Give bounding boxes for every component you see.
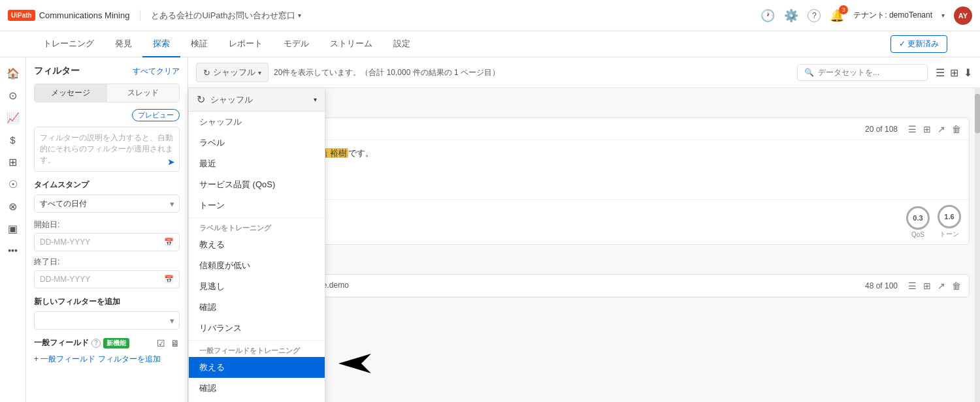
content-toolbar: ↻ シャッフル ▾ 20件を表示しています。（合計 10,000 件の結果の 1…: [188, 57, 980, 88]
dropdown-item-qos[interactable]: サービス品質 (QoS): [189, 174, 325, 195]
notifications-icon[interactable]: 🔔 3: [830, 8, 844, 23]
dropdown-header[interactable]: ↻ シャッフル ▾: [189, 88, 325, 112]
timestamp-label: タイムスタンプ: [34, 179, 180, 191]
dropdown-item-label[interactable]: ラベル: [189, 132, 325, 153]
settings-icon[interactable]: ⚙️: [784, 8, 798, 23]
refresh-icon: ↻: [203, 68, 210, 78]
card-1-icons: ☰ ⊞ ↗ 🗑: [908, 124, 961, 134]
general-fields-section: 一般フィールド ? 新機能 ☑ 🖥: [34, 337, 180, 348]
dropdown-header-arrow-icon: ▾: [314, 96, 317, 103]
card-1-count: 20 of 108: [865, 125, 898, 134]
sidebar-icon-location[interactable]: ☉: [3, 174, 24, 194]
dropdown-item-missed-2[interactable]: 見逃し: [189, 399, 325, 402]
update-button[interactable]: ✓ 更新済み: [890, 35, 947, 53]
content-info: 20件を表示しています。（合計 10,000 件の結果の 1 ページ目）: [274, 67, 500, 78]
preview-chip: プレビュー: [132, 109, 180, 121]
dropdown-item-missed-1[interactable]: 見逃し: [189, 276, 325, 297]
svg-marker-0: [338, 354, 371, 373]
shuffle-label: シャッフル: [213, 67, 255, 78]
tab-settings[interactable]: 設定: [383, 31, 421, 57]
monitor-icon[interactable]: 🖥: [171, 338, 180, 348]
start-date-section: 開始日: DD-MM-YYYY 📅: [34, 219, 180, 251]
sidebar-icon-grid[interactable]: ⊞: [3, 151, 24, 172]
end-date-input[interactable]: DD-MM-YYYY 📅: [34, 270, 180, 288]
dropdown-item-teach-2[interactable]: 教える: [189, 357, 325, 378]
arrow-pointer: [325, 347, 371, 384]
card-2-list-icon[interactable]: ☰: [908, 281, 917, 291]
timestamp-section: タイムスタンプ すべての日付 ▾: [34, 179, 180, 213]
filter-description-box: フィルターの説明を入力すると、自動的にそれらのフィルターが適用されます。 ➤: [34, 127, 180, 172]
grid-view-icon[interactable]: ⊞: [923, 124, 931, 134]
delete-icon[interactable]: 🗑: [952, 124, 961, 134]
card-2-external-icon[interactable]: ↗: [938, 281, 945, 291]
dropdown-item-shuffle[interactable]: シャッフル: [189, 112, 325, 132]
dropdown-item-tone[interactable]: トーン: [189, 195, 325, 216]
workspace-arrow-icon: ▾: [298, 12, 301, 19]
tab-training[interactable]: トレーニング: [33, 31, 105, 57]
filters-title: フィルター: [34, 65, 80, 77]
tab-stream[interactable]: ストリーム: [319, 31, 383, 57]
timestamp-select[interactable]: すべての日付: [34, 194, 180, 213]
clear-all-button[interactable]: すべてクリア: [133, 66, 180, 77]
external-link-icon[interactable]: ↗: [938, 124, 945, 134]
help-icon[interactable]: ?: [808, 9, 821, 22]
list-view-icon[interactable]: ☰: [908, 124, 917, 134]
dropdown-item-confirm-1[interactable]: 確認: [189, 297, 325, 318]
app-title: Communications Mining: [39, 10, 130, 20]
general-fields-title: 一般フィールド ? 新機能: [34, 337, 129, 348]
sidebar-icon-box[interactable]: ▣: [3, 218, 24, 239]
search-input[interactable]: [818, 68, 921, 77]
tab-explore[interactable]: 探索: [142, 31, 180, 57]
clock-icon[interactable]: 🕐: [760, 8, 775, 23]
view-list-icon[interactable]: ☰: [936, 67, 945, 79]
scrollbar-thumb[interactable]: [975, 94, 980, 133]
workspace-nav[interactable]: とある会社のUiPathお問い合わせ窓口 ▾: [151, 10, 301, 22]
dropdown-item-recent[interactable]: 最近: [189, 153, 325, 174]
sidebar-icon-settings2[interactable]: ⊗: [3, 196, 24, 217]
download-icon[interactable]: ⬇: [964, 67, 972, 79]
check-icon[interactable]: ☑: [157, 338, 165, 348]
new-filter-select[interactable]: [34, 311, 180, 330]
sidebar-icon-more[interactable]: •••: [3, 240, 24, 261]
card-2-delete-icon[interactable]: 🗑: [952, 281, 961, 291]
timestamp-select-wrapper: すべての日付 ▾: [34, 194, 180, 213]
view-grid-icon[interactable]: ⊞: [950, 67, 958, 79]
notification-badge: 3: [839, 5, 848, 14]
content-area: 🏠 ⊙ 📈 $ ⊞ ☉ ⊗ ▣ ••• フィルター すべてクリア メッセージ ス…: [0, 57, 980, 402]
sidebar-icon-chart[interactable]: 📈: [3, 107, 24, 128]
new-feature-badge: 新機能: [103, 338, 129, 348]
sidebar-icon-dollar[interactable]: $: [3, 129, 24, 150]
tone-metric: 1.6 トーン: [938, 205, 961, 239]
dropdown-section-general-label: 一般フィールドをトレーニング: [189, 342, 325, 357]
send-icon[interactable]: ➤: [167, 157, 175, 167]
card-2-grid-icon[interactable]: ⊞: [923, 281, 931, 291]
tab-discover[interactable]: 発見: [105, 31, 142, 57]
workspace-label: とある会社のUiPathお問い合わせ窓口: [151, 10, 295, 22]
calendar-icon: 📅: [164, 238, 174, 247]
shuffle-button[interactable]: ↻ シャッフル ▾: [196, 63, 269, 82]
dropdown-section-train-label: ラベルをトレーニング: [189, 219, 325, 234]
tab-report[interactable]: レポート: [218, 31, 273, 57]
tab-model[interactable]: モデル: [273, 31, 319, 57]
add-filter-link[interactable]: + 一般フィールド フィルターを追加: [34, 354, 180, 365]
sidebar-icon-camera[interactable]: ⊙: [3, 85, 24, 106]
new-filter-select-wrapper: ▾: [34, 311, 180, 330]
start-date-input[interactable]: DD-MM-YYYY 📅: [34, 233, 180, 251]
dropdown-item-confirm-2[interactable]: 確認: [189, 378, 325, 399]
avatar[interactable]: AY: [954, 7, 972, 25]
dropdown-item-low-confidence[interactable]: 信頼度が低い: [189, 255, 325, 276]
end-date-label: 終了日:: [34, 256, 180, 268]
scrollbar[interactable]: [975, 87, 980, 402]
filters-header: フィルター すべてクリア: [34, 65, 180, 77]
dropdown-item-teach-1[interactable]: 教える: [189, 234, 325, 255]
qos-metric: 0.3 QoS: [906, 206, 930, 238]
topbar-right-actions: 🕐 ⚙️ ? 🔔 3 テナント: demoTenant ▾ AY: [760, 7, 972, 25]
tab-message[interactable]: メッセージ: [35, 84, 107, 102]
start-date-label: 開始日:: [34, 219, 180, 230]
sidebar-icons-panel: 🏠 ⊙ 📈 $ ⊞ ☉ ⊗ ▣ •••: [0, 57, 26, 402]
tab-verify[interactable]: 検証: [180, 31, 218, 57]
preview-badge-area: プレビュー: [34, 109, 180, 121]
sidebar-icon-home[interactable]: 🏠: [3, 63, 24, 84]
tab-thread[interactable]: スレッド: [107, 84, 180, 102]
dropdown-item-rebalance[interactable]: リバランス: [189, 318, 325, 339]
